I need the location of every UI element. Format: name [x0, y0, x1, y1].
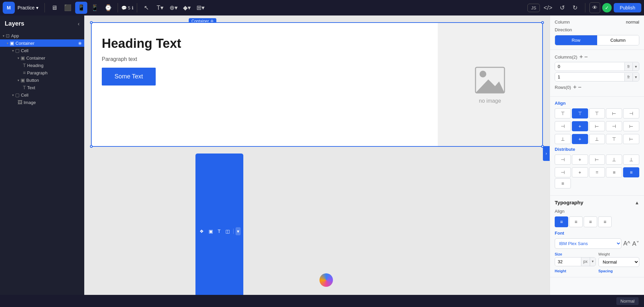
- device-tablet-landscape-btn[interactable]: ⬛: [62, 2, 74, 14]
- rows-plus-btn[interactable]: +: [573, 84, 577, 90]
- dist-btn-9[interactable]: ≡: [606, 167, 622, 177]
- layer-item-container-selected[interactable]: ▾ ▣ Container ◉: [0, 39, 84, 47]
- dist-btn-6[interactable]: ⊣: [555, 167, 571, 177]
- typography-collapse-btn[interactable]: ▲: [635, 200, 639, 205]
- dist-btn-4[interactable]: ⊥: [606, 155, 622, 165]
- dist-btn-10[interactable]: ≡: [623, 167, 639, 177]
- text-align-left-btn[interactable]: ≡: [555, 216, 568, 227]
- redo-btn[interactable]: ↻: [569, 2, 581, 14]
- align-btn-vmid[interactable]: ⊢: [623, 134, 639, 144]
- device-desktop-btn[interactable]: 🖥: [48, 2, 60, 14]
- preview-btn[interactable]: 👁: [589, 2, 600, 13]
- device-mobile-btn[interactable]: 📱: [89, 2, 101, 14]
- arrow-icon: ▾: [18, 56, 19, 60]
- dist-btn-2[interactable]: +: [572, 155, 588, 165]
- align-btn-spread-h[interactable]: ⊣: [623, 108, 639, 118]
- logo[interactable]: M: [3, 2, 15, 14]
- align-btn-spread-v[interactable]: ⊢: [623, 121, 639, 131]
- toolbar-divider: [233, 229, 234, 234]
- align-btn-hmid[interactable]: ⊤: [606, 134, 622, 144]
- layer-item-paragraph[interactable]: ≡ Paragraph: [0, 69, 84, 76]
- undo-btn[interactable]: ↺: [556, 2, 568, 14]
- cell-icon: ▢: [15, 48, 20, 53]
- cursor-tool-btn[interactable]: ↖: [141, 2, 153, 14]
- col2-unit: fr: [624, 73, 633, 81]
- text-align-right-btn[interactable]: ≡: [584, 216, 597, 227]
- font-size-decrease-btn[interactable]: A˅: [632, 240, 639, 247]
- dist-btn-7[interactable]: +: [572, 167, 588, 177]
- rows-minus-btn[interactable]: −: [578, 84, 582, 90]
- container-icon: ▣: [21, 55, 25, 61]
- toolbar-text-btn[interactable]: T: [216, 227, 222, 235]
- spacing-label: Spacing: [599, 269, 640, 273]
- direction-label: Direction: [555, 27, 572, 32]
- align-label-row: Align: [555, 101, 639, 106]
- toolbar-frame-btn[interactable]: ◫: [224, 227, 231, 235]
- font-size-increase-btn[interactable]: A^: [623, 240, 630, 247]
- left-panel: Layers ‹ ▾ ⊡ App ▾ ▣ Container ◉ ▾ ▢ Cel…: [0, 15, 84, 307]
- size-input[interactable]: [555, 258, 581, 266]
- weight-select[interactable]: Normal Bold Light: [599, 257, 640, 267]
- dist-btn-3[interactable]: ⊢: [589, 155, 605, 165]
- font-row: IBM Plex Sans A^ A˅: [555, 238, 639, 249]
- corner-bl: [90, 145, 93, 148]
- layer-item-cell1[interactable]: ▾ ▢ Cell: [0, 47, 84, 54]
- style-btn[interactable]: ◆▾: [181, 2, 193, 14]
- layer-item-app[interactable]: ▾ ⊡ App: [0, 32, 84, 39]
- align-btn-top-right[interactable]: ⊤: [589, 108, 605, 118]
- dist-btn-5[interactable]: ⊥: [623, 155, 639, 165]
- columns-plus-btn[interactable]: +: [579, 54, 583, 60]
- font-select[interactable]: IBM Plex Sans: [555, 238, 621, 249]
- column-label: Column: [555, 20, 570, 25]
- col2-input-row: fr ▾: [555, 72, 639, 81]
- align-btn-middle-h[interactable]: ⊢: [606, 108, 622, 118]
- dist-btn-8[interactable]: =: [589, 167, 605, 177]
- text-align-justify-btn[interactable]: ≡: [598, 216, 612, 227]
- align-btn-top-left[interactable]: ⊤: [555, 108, 571, 118]
- canvas-button[interactable]: Some Text: [102, 68, 156, 86]
- layer-item-container2[interactable]: ▾ ▣ Container: [0, 54, 84, 62]
- text-align-center-btn[interactable]: ≡: [569, 216, 583, 227]
- align-btn-bottom-left[interactable]: ⊥: [555, 134, 571, 144]
- code-editor-btn[interactable]: </>: [542, 2, 554, 14]
- canvas-frame[interactable]: Heading Text Paragraph text Some Text: [91, 22, 543, 147]
- publish-button[interactable]: Publish: [614, 3, 641, 12]
- project-name[interactable]: Practice ▾: [18, 5, 38, 10]
- toolbar-expand-btn[interactable]: ▾: [236, 227, 241, 235]
- js-button[interactable]: JS: [527, 4, 540, 12]
- col2-dropdown[interactable]: ▾: [633, 73, 639, 81]
- align-btn-bottom-center[interactable]: +: [572, 134, 588, 144]
- layer-item-button[interactable]: ▾ ▣ Button: [0, 76, 84, 84]
- layer-item-text[interactable]: T Text: [0, 84, 84, 91]
- text-tool-btn[interactable]: T▾: [154, 2, 166, 14]
- align-btn-left-top[interactable]: ⊣: [555, 121, 571, 131]
- device-tablet-portrait-btn[interactable]: 📱: [75, 2, 87, 14]
- shape-add-btn[interactable]: ⊕▾: [167, 2, 180, 14]
- direction-row-btn[interactable]: Row: [555, 35, 597, 45]
- col1-dropdown[interactable]: ▾: [633, 63, 639, 71]
- columns-minus-btn[interactable]: −: [584, 54, 588, 60]
- align-btn-top-center[interactable]: ⊤: [572, 108, 588, 118]
- size-label: Size: [555, 252, 596, 256]
- toolbar-grid-btn[interactable]: ▣: [207, 227, 214, 235]
- distribute-label-row: Distribute: [555, 147, 639, 152]
- layer-item-cell2[interactable]: ▾ ▢ Cell: [0, 91, 84, 99]
- layer-item-image[interactable]: 🖼 Image: [0, 99, 84, 106]
- layers-header: Layers ‹: [0, 15, 84, 31]
- device-watch-btn[interactable]: ⌚: [102, 2, 114, 14]
- collapse-layers-btn[interactable]: ‹: [78, 21, 80, 27]
- align-btn-right-top[interactable]: ⊢: [589, 121, 605, 131]
- toolbar-move-btn[interactable]: ❖: [198, 227, 205, 235]
- direction-row: Direction: [555, 27, 639, 32]
- align-btn-middle-v[interactable]: ⊣: [606, 121, 622, 131]
- direction-column-btn[interactable]: Column: [597, 35, 639, 45]
- align-btn-bottom-right[interactable]: ⊥: [589, 134, 605, 144]
- dist-btn-1[interactable]: ⊣: [555, 155, 571, 165]
- size-dropdown[interactable]: ▾: [590, 258, 595, 266]
- component-add-btn[interactable]: ⊞▾: [194, 2, 207, 14]
- dist-btn-11[interactable]: ≡: [555, 178, 571, 189]
- col1-input[interactable]: [555, 62, 624, 71]
- align-btn-center-v[interactable]: +: [572, 121, 588, 131]
- col2-input[interactable]: [555, 73, 624, 81]
- layer-item-heading[interactable]: T Heading: [0, 62, 84, 69]
